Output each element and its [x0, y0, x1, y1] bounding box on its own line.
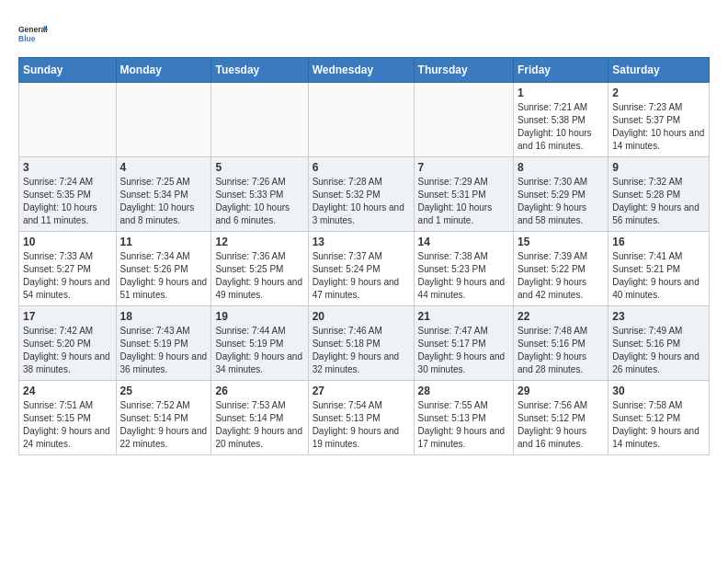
day-number: 18: [120, 310, 208, 323]
day-info: Sunrise: 7:24 AMSunset: 5:35 PMDaylight:…: [23, 176, 112, 227]
day-number: 12: [215, 236, 303, 248]
day-number: 11: [120, 236, 208, 248]
calendar-cell: 20Sunrise: 7:46 AMSunset: 5:18 PMDayligh…: [308, 306, 414, 381]
day-number: 5: [215, 161, 303, 174]
header-cell-tuesday: Tuesday: [211, 58, 308, 83]
calendar-week-3: 17Sunrise: 7:42 AMSunset: 5:20 PMDayligh…: [19, 306, 710, 381]
header-cell-thursday: Thursday: [414, 58, 513, 83]
calendar-cell: 18Sunrise: 7:43 AMSunset: 5:19 PMDayligh…: [116, 306, 211, 381]
calendar-cell: 27Sunrise: 7:54 AMSunset: 5:13 PMDayligh…: [308, 381, 414, 455]
day-info: Sunrise: 7:33 AMSunset: 5:27 PMDaylight:…: [23, 250, 112, 302]
calendar-body: 1Sunrise: 7:21 AMSunset: 5:38 PMDaylight…: [19, 83, 710, 455]
calendar-week-2: 10Sunrise: 7:33 AMSunset: 5:27 PMDayligh…: [19, 232, 710, 306]
day-number: 26: [215, 385, 303, 397]
calendar-cell: 12Sunrise: 7:36 AMSunset: 5:25 PMDayligh…: [211, 232, 308, 306]
day-number: 19: [215, 310, 303, 323]
calendar-cell: 30Sunrise: 7:58 AMSunset: 5:12 PMDayligh…: [609, 381, 710, 455]
day-number: 14: [418, 236, 509, 248]
day-info: Sunrise: 7:39 AMSunset: 5:22 PMDaylight:…: [518, 250, 604, 302]
calendar-table: SundayMondayTuesdayWednesdayThursdayFrid…: [18, 57, 710, 455]
day-info: Sunrise: 7:34 AMSunset: 5:26 PMDaylight:…: [120, 250, 208, 302]
day-info: Sunrise: 7:21 AMSunset: 5:38 PMDaylight:…: [518, 101, 604, 153]
day-number: 1: [518, 86, 604, 99]
calendar-cell: [414, 83, 513, 157]
day-info: Sunrise: 7:46 AMSunset: 5:18 PMDaylight:…: [313, 325, 410, 376]
calendar-cell: [116, 83, 211, 157]
calendar-cell: 25Sunrise: 7:52 AMSunset: 5:14 PMDayligh…: [116, 381, 211, 455]
day-info: Sunrise: 7:42 AMSunset: 5:20 PMDaylight:…: [23, 325, 112, 376]
day-number: 28: [418, 385, 509, 397]
calendar-cell: 6Sunrise: 7:28 AMSunset: 5:32 PMDaylight…: [308, 157, 414, 232]
calendar-cell: 4Sunrise: 7:25 AMSunset: 5:34 PMDaylight…: [116, 157, 211, 232]
day-info: Sunrise: 7:56 AMSunset: 5:12 PMDaylight:…: [518, 399, 604, 451]
day-info: Sunrise: 7:28 AMSunset: 5:32 PMDaylight:…: [313, 176, 410, 227]
day-info: Sunrise: 7:30 AMSunset: 5:29 PMDaylight:…: [518, 176, 604, 227]
calendar-cell: 17Sunrise: 7:42 AMSunset: 5:20 PMDayligh…: [19, 306, 117, 381]
calendar-cell: 5Sunrise: 7:26 AMSunset: 5:33 PMDaylight…: [211, 157, 308, 232]
logo-svg: General Blue: [18, 18, 48, 48]
day-info: Sunrise: 7:41 AMSunset: 5:21 PMDaylight:…: [612, 250, 705, 302]
calendar-cell: 26Sunrise: 7:53 AMSunset: 5:14 PMDayligh…: [211, 381, 308, 455]
day-info: Sunrise: 7:47 AMSunset: 5:17 PMDaylight:…: [418, 325, 509, 376]
day-number: 16: [612, 236, 705, 248]
calendar-cell: 2Sunrise: 7:23 AMSunset: 5:37 PMDaylight…: [609, 83, 710, 157]
calendar-cell: 9Sunrise: 7:32 AMSunset: 5:28 PMDaylight…: [609, 157, 710, 232]
day-number: 27: [313, 385, 410, 397]
calendar-cell: 29Sunrise: 7:56 AMSunset: 5:12 PMDayligh…: [514, 381, 609, 455]
calendar-cell: [19, 83, 117, 157]
calendar-cell: 3Sunrise: 7:24 AMSunset: 5:35 PMDaylight…: [19, 157, 117, 232]
calendar-cell: 22Sunrise: 7:48 AMSunset: 5:16 PMDayligh…: [514, 306, 609, 381]
header-cell-wednesday: Wednesday: [308, 58, 414, 83]
calendar-cell: 24Sunrise: 7:51 AMSunset: 5:15 PMDayligh…: [19, 381, 117, 455]
day-info: Sunrise: 7:44 AMSunset: 5:19 PMDaylight:…: [215, 325, 303, 376]
day-number: 22: [518, 310, 604, 323]
calendar-cell: 11Sunrise: 7:34 AMSunset: 5:26 PMDayligh…: [116, 232, 211, 306]
calendar-cell: 19Sunrise: 7:44 AMSunset: 5:19 PMDayligh…: [211, 306, 308, 381]
header-cell-sunday: Sunday: [19, 58, 117, 83]
day-number: 25: [120, 385, 208, 397]
svg-text:General: General: [18, 25, 48, 34]
calendar-cell: 23Sunrise: 7:49 AMSunset: 5:16 PMDayligh…: [609, 306, 710, 381]
day-number: 7: [418, 161, 509, 174]
day-info: Sunrise: 7:43 AMSunset: 5:19 PMDaylight:…: [120, 325, 208, 376]
calendar-cell: 14Sunrise: 7:38 AMSunset: 5:23 PMDayligh…: [414, 232, 513, 306]
calendar-cell: 16Sunrise: 7:41 AMSunset: 5:21 PMDayligh…: [609, 232, 710, 306]
day-info: Sunrise: 7:32 AMSunset: 5:28 PMDaylight:…: [612, 176, 705, 227]
day-info: Sunrise: 7:58 AMSunset: 5:12 PMDaylight:…: [612, 399, 705, 451]
page-header: General Blue: [18, 18, 710, 48]
day-info: Sunrise: 7:36 AMSunset: 5:25 PMDaylight:…: [215, 250, 303, 302]
day-number: 10: [23, 236, 112, 248]
day-number: 17: [23, 310, 112, 323]
logo: General Blue: [18, 18, 48, 48]
calendar-cell: 21Sunrise: 7:47 AMSunset: 5:17 PMDayligh…: [414, 306, 513, 381]
calendar-cell: 1Sunrise: 7:21 AMSunset: 5:38 PMDaylight…: [514, 83, 609, 157]
header-cell-monday: Monday: [116, 58, 211, 83]
day-number: 30: [612, 385, 705, 397]
day-info: Sunrise: 7:52 AMSunset: 5:14 PMDaylight:…: [120, 399, 208, 451]
day-info: Sunrise: 7:25 AMSunset: 5:34 PMDaylight:…: [120, 176, 208, 227]
day-number: 2: [612, 86, 705, 99]
day-info: Sunrise: 7:53 AMSunset: 5:14 PMDaylight:…: [215, 399, 303, 451]
day-number: 6: [313, 161, 410, 174]
day-info: Sunrise: 7:54 AMSunset: 5:13 PMDaylight:…: [313, 399, 410, 451]
calendar-week-1: 3Sunrise: 7:24 AMSunset: 5:35 PMDaylight…: [19, 157, 710, 232]
calendar-cell: 15Sunrise: 7:39 AMSunset: 5:22 PMDayligh…: [514, 232, 609, 306]
calendar-cell: 13Sunrise: 7:37 AMSunset: 5:24 PMDayligh…: [308, 232, 414, 306]
day-info: Sunrise: 7:26 AMSunset: 5:33 PMDaylight:…: [215, 176, 303, 227]
day-info: Sunrise: 7:51 AMSunset: 5:15 PMDaylight:…: [23, 399, 112, 451]
svg-text:Blue: Blue: [18, 34, 36, 43]
calendar-cell: [211, 83, 308, 157]
calendar-week-0: 1Sunrise: 7:21 AMSunset: 5:38 PMDaylight…: [19, 83, 710, 157]
day-number: 23: [612, 310, 705, 323]
day-number: 20: [313, 310, 410, 323]
calendar-cell: [308, 83, 414, 157]
day-number: 15: [518, 236, 604, 248]
day-number: 24: [23, 385, 112, 397]
day-number: 21: [418, 310, 509, 323]
day-info: Sunrise: 7:48 AMSunset: 5:16 PMDaylight:…: [518, 325, 604, 376]
header-cell-saturday: Saturday: [609, 58, 710, 83]
day-number: 4: [120, 161, 208, 174]
day-number: 8: [518, 161, 604, 174]
calendar-cell: 10Sunrise: 7:33 AMSunset: 5:27 PMDayligh…: [19, 232, 117, 306]
day-number: 3: [23, 161, 112, 174]
